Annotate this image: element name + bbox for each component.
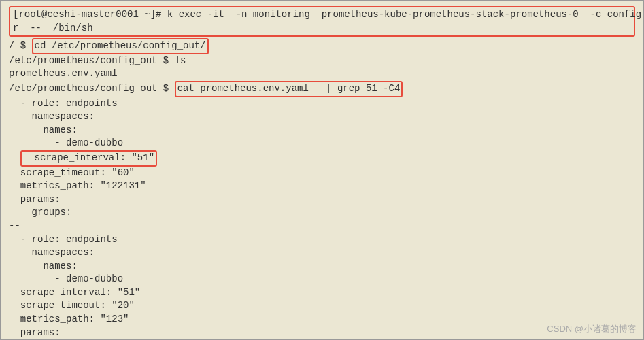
output-line: namespaces:: [9, 110, 635, 124]
output-line: names:: [9, 260, 635, 273]
output-line: - demo-dubbo: [9, 273, 635, 286]
output-line: - demo-dubbo: [9, 137, 635, 150]
output-line: metrics_path: "123": [9, 313, 635, 326]
output-line: params:: [9, 326, 635, 340]
output-line: params:: [9, 193, 635, 207]
shell-prompt: / $: [9, 40, 32, 51]
watermark-text: CSDN @小诸葛的博客: [547, 323, 637, 335]
separator: --: [9, 220, 635, 233]
scrape-interval-highlight: scrape_interval: "51": [20, 150, 157, 167]
shell-prompt-2: /etc/prometheus/config_out $: [9, 83, 175, 94]
output-line: names:: [9, 124, 635, 137]
cat-command-box: cat prometheus.env.yaml | grep 51 -C4: [175, 81, 403, 97]
output-line: scrape_timeout: "20": [9, 299, 635, 313]
output-line: - role: endpoints: [9, 233, 635, 247]
root-prompt-cmd: [root@ceshi-master0001 ~]# k exec -it -n…: [13, 8, 631, 22]
cat-line: /etc/prometheus/config_out $ cat prometh…: [9, 81, 635, 97]
scrape-interval-box: scrape_interval: "51": [9, 150, 635, 167]
cd-command-box: cd /etc/prometheus/config_out/: [32, 38, 209, 54]
root-prompt: [root@ceshi-master0001 ~]#: [13, 9, 167, 20]
exec-cmd-text: k exec -it -n monitoring prometheus-kube…: [167, 9, 644, 20]
output-line: metrics_path: "122131": [9, 180, 635, 193]
output-line: scrape_timeout: "60": [9, 167, 635, 180]
exec-cmd-cont: r -- /bin/sh: [13, 22, 631, 35]
output-line: scrape_interval: "51": [9, 286, 635, 300]
output-line: groups:: [9, 206, 635, 220]
ls-output: prometheus.env.yaml: [9, 67, 635, 81]
ls-line: /etc/prometheus/config_out $ ls: [9, 54, 635, 68]
output-line: namespaces:: [9, 246, 635, 260]
output-line: - role: endpoints: [9, 97, 635, 111]
exec-command-box: [root@ceshi-master0001 ~]# k exec -it -n…: [9, 6, 635, 37]
cd-line: / $ cd /etc/prometheus/config_out/: [9, 38, 635, 54]
